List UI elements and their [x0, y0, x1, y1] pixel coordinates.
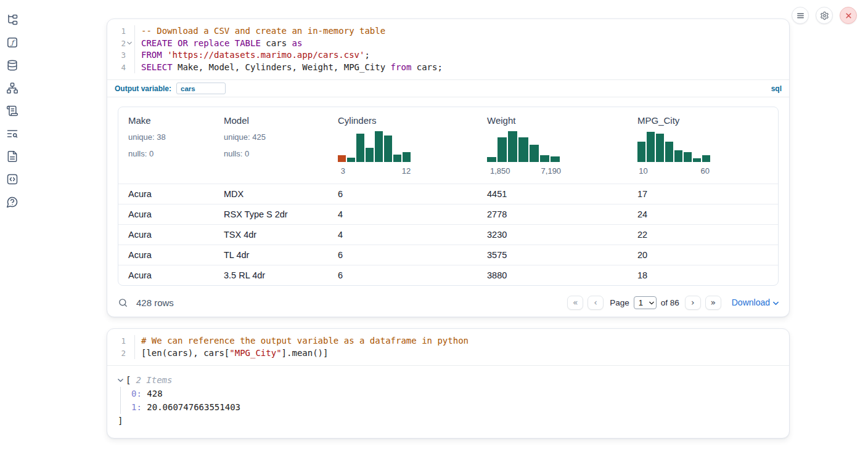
output-variable-label: Output variable: [115, 84, 171, 93]
table-row[interactable]: AcuraTSX 4dr4323022 [118, 224, 778, 245]
scroll-icon[interactable] [6, 104, 19, 118]
collapse-chevron-icon[interactable] [118, 378, 123, 383]
file-tree-icon[interactable] [6, 13, 19, 26]
sql-code-editor[interactable]: 1234-- Download a CSV and create an in-m… [107, 19, 789, 79]
tree-entry-key: 1: [131, 402, 142, 412]
table-row[interactable]: AcuraTL 4dr6357520 [118, 245, 778, 265]
search-icon[interactable] [118, 297, 128, 308]
column-header[interactable]: MPG_City1060 [628, 107, 778, 184]
code-token: CREATE [141, 38, 173, 48]
table-cell: 17 [628, 189, 778, 199]
histogram-axis-label: 3 [341, 166, 345, 176]
table-cell: 3230 [477, 230, 628, 240]
line-number-text: 2 [107, 38, 126, 50]
last-page-button[interactable]: » [705, 296, 721, 310]
menu-button[interactable] [792, 7, 809, 24]
column-header[interactable]: Cylinders312 [328, 107, 477, 184]
histogram-bar [497, 137, 507, 162]
code-lines[interactable]: # We can reference the output variable a… [134, 335, 789, 359]
page-select[interactable]: 1 [634, 296, 657, 309]
histogram-axis-label: 1,850 [490, 166, 510, 176]
table-cell: 18 [628, 270, 778, 280]
next-page-button[interactable]: › [685, 296, 701, 310]
first-page-button[interactable]: « [567, 296, 583, 310]
document-icon[interactable] [6, 150, 19, 163]
logs-search-icon[interactable] [6, 127, 19, 140]
prev-page-button[interactable]: ‹ [588, 296, 604, 310]
settings-button[interactable] [816, 7, 833, 24]
fold-chevron-icon[interactable] [126, 41, 133, 46]
line-number: 2 [107, 38, 134, 50]
table-header: Makeunique: 38nulls: 0Modelunique: 425nu… [118, 107, 778, 184]
column-stat: unique: 38 [128, 132, 214, 142]
code-token: replace [193, 38, 229, 48]
table-cell: MDX [214, 189, 328, 199]
python-cell: 12# We can reference the output variable… [107, 328, 790, 439]
code-lines[interactable]: -- Download a CSV and create an in-memor… [134, 25, 789, 73]
table-cell: 6 [328, 250, 477, 260]
column-stat: nulls: 0 [224, 148, 328, 159]
histogram-axis-label: 12 [402, 166, 411, 176]
histogram-bar [656, 134, 664, 162]
line-number-gutter: 12 [107, 335, 134, 359]
table-row[interactable]: AcuraRSX Type S 2dr4277824 [118, 204, 778, 224]
column-header[interactable]: Makeunique: 38nulls: 0 [118, 107, 214, 184]
line-number-text: 1 [107, 335, 126, 347]
table-cell: 3575 [477, 250, 628, 260]
table-cell: Acura [118, 230, 214, 240]
table-row[interactable]: AcuraMDX6445117 [118, 184, 778, 204]
download-button[interactable]: Download [732, 297, 779, 307]
column-name: MPG_City [637, 115, 778, 126]
table-cell: 6 [328, 189, 477, 199]
column-name: Make [128, 115, 214, 126]
datasources-icon[interactable] [6, 59, 19, 72]
histogram-bar [684, 152, 692, 162]
snippets-icon[interactable] [6, 172, 19, 186]
code-token: cars [261, 38, 292, 48]
code-token: as [292, 38, 303, 48]
code-line: CREATE OR replace TABLE cars as [141, 38, 789, 50]
page-label: Page [610, 298, 629, 307]
tree-entry: 1: 20.060747663551403 [131, 400, 789, 414]
code-token: [len(cars), cars[ [141, 348, 229, 358]
line-number-text: 1 [107, 25, 126, 38]
line-number: 4 [107, 62, 134, 74]
row-count: 428 rows [136, 297, 174, 308]
column-header[interactable]: Modelunique: 425nulls: 0 [214, 107, 328, 184]
table-cell: 4451 [477, 189, 628, 199]
table-footer: 428 rows « ‹ Page 1 of 86 › » Download [118, 291, 779, 313]
histogram-bars [338, 130, 411, 162]
language-badge[interactable]: sql [771, 84, 782, 93]
dependency-graph-icon[interactable] [6, 81, 19, 95]
code-token: "MPG_City" [229, 348, 281, 358]
download-label: Download [732, 297, 770, 307]
code-token: ].mean()] [282, 348, 329, 358]
histogram-bar [338, 155, 346, 162]
histogram-bar [487, 157, 496, 162]
code-token: 'https://datasets.marimo.app/cars.csv' [167, 50, 364, 60]
shutdown-button[interactable] [840, 7, 857, 24]
tree-entry-key: 0: [131, 389, 142, 398]
help-icon[interactable] [6, 195, 19, 209]
code-token: ; [364, 50, 369, 60]
variables-icon[interactable]: ƒ [6, 36, 19, 49]
column-name: Model [224, 115, 328, 126]
table-cell: Acura [118, 270, 214, 280]
column-name: Weight [487, 115, 628, 126]
table-cell: TL 4dr [214, 250, 328, 260]
column-header[interactable]: Weight1,8507,190 [477, 107, 628, 184]
output-variable-input[interactable] [176, 83, 226, 94]
column-stat: nulls: 0 [128, 148, 214, 159]
histogram-bar [647, 132, 655, 162]
histogram-bar [403, 152, 411, 162]
table-row[interactable]: Acura3.5 RL 4dr6388018 [118, 265, 778, 285]
column-name: Cylinders [338, 115, 477, 126]
code-token [229, 38, 234, 48]
svg-text:ƒ: ƒ [10, 39, 15, 47]
table-cell: Acura [118, 189, 214, 199]
histogram-bar [356, 134, 364, 162]
tree-close-bracket: ] [118, 414, 789, 427]
python-code-editor[interactable]: 12# We can reference the output variable… [107, 329, 789, 365]
code-token: SELECT [141, 62, 173, 72]
histogram-bar [375, 131, 383, 162]
